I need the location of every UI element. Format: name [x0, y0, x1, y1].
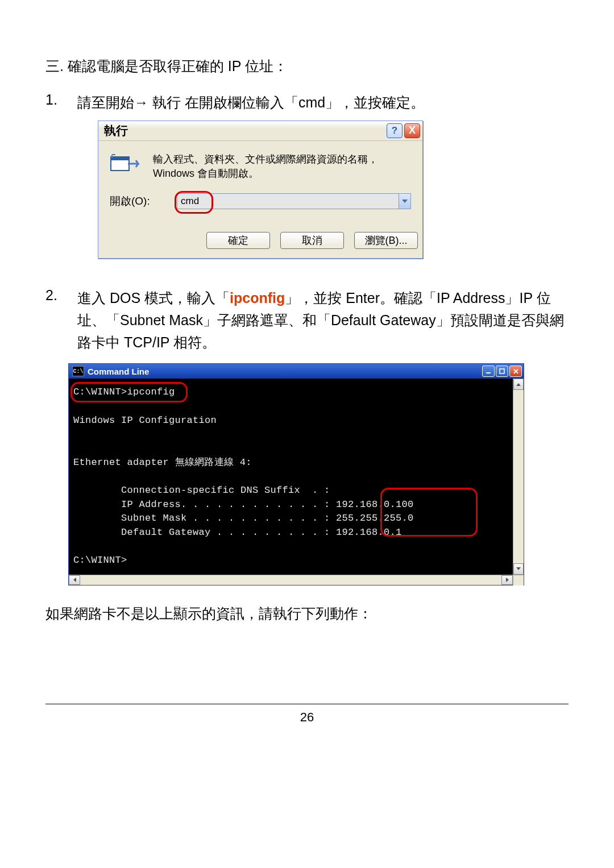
step-2-number: 2.	[45, 287, 77, 353]
caret-left-icon	[73, 578, 76, 582]
cmd-line-1: C:\WINNT>ipconfig	[73, 387, 175, 397]
cmd-line-7: Default Gateway . . . . . . . . . : 192.…	[73, 527, 402, 538]
scroll-down-button[interactable]	[513, 563, 524, 575]
step-1-text: 請至開始→ 執行 在開啟欄位輸入「cmd」，並按確定。	[77, 92, 569, 114]
vertical-scrollbar[interactable]	[513, 379, 524, 574]
open-input[interactable]	[177, 194, 399, 209]
svg-rect-3	[500, 369, 504, 373]
cmd-line-5: IP Address. . . . . . . . . . . . : 192.…	[73, 499, 414, 510]
svg-rect-2	[486, 372, 491, 373]
minimize-button[interactable]	[482, 366, 495, 377]
cmd-output[interactable]: C:\WINNT>ipconfig Windows IP Configurati…	[69, 379, 513, 574]
run-dialog-title: 執行	[104, 123, 385, 139]
maximize-button[interactable]	[496, 366, 508, 377]
arrow-icon: →	[134, 94, 148, 110]
page-footer: 26	[45, 704, 569, 742]
browse-button[interactable]: 瀏覽(B)...	[354, 232, 418, 249]
ok-button[interactable]: 確定	[206, 232, 270, 249]
section-heading: 三. 確認電腦是否取得正確的 IP 位址：	[45, 57, 569, 76]
step-1: 1. 請至開始→ 執行 在開啟欄位輸入「cmd」，並按確定。	[45, 92, 569, 114]
cmd-line-8: C:\WINNT>	[73, 555, 127, 566]
run-dialog-description: 輸入程式、資料夾、文件或網際網路資源的名稱，Windows 會自動開啟。	[153, 152, 411, 181]
cmd-icon: C:\	[72, 366, 84, 376]
step-1-text-b: 執行 在開啟欄位輸入「cmd」，並按確定。	[148, 94, 425, 110]
cmd-line-6: Subnet Mask . . . . . . . . . . . : 255.…	[73, 513, 414, 524]
minimize-icon	[486, 368, 491, 374]
maximize-icon	[499, 368, 505, 374]
scroll-track[interactable]	[513, 390, 524, 563]
scroll-left-button[interactable]	[69, 575, 80, 585]
caret-right-icon	[506, 578, 509, 582]
open-combobox[interactable]	[177, 193, 411, 209]
caret-down-icon	[516, 567, 521, 570]
scroll-up-button[interactable]	[513, 379, 524, 390]
step-2-text: 進入 DOS 模式，輸入「ipconfig」，並按 Enter。確認「IP Ad…	[77, 287, 569, 353]
run-dialog-titlebar: 執行 ? X	[98, 121, 422, 141]
cmd-title: Command Line	[88, 367, 481, 376]
cmd-line-2: Windows IP Configuration	[73, 415, 217, 426]
help-button[interactable]: ?	[387, 123, 403, 138]
run-program-icon	[110, 153, 140, 176]
horizontal-scrollbar[interactable]	[69, 575, 513, 585]
cancel-button[interactable]: 取消	[280, 232, 344, 249]
step-2-pre: 進入 DOS 模式，輸入「	[77, 290, 230, 306]
cmd-line-3: Ethernet adapter 無線網路連線 4:	[73, 457, 252, 468]
step-1-number: 1.	[45, 92, 77, 114]
open-label: 開啟(O):	[110, 194, 160, 209]
scroll-right-button[interactable]	[501, 575, 513, 585]
run-dialog: 執行 ? X 輸入程式、資料夾、文件或網際網路資源的名稱，Windows 會自動…	[98, 121, 423, 259]
step-1-text-a: 請至開始	[77, 94, 134, 110]
chevron-down-icon	[402, 200, 408, 203]
caret-up-icon	[516, 383, 521, 386]
footnote-text: 如果網路卡不是以上顯示的資訊，請執行下列動作：	[45, 603, 569, 625]
cmd-line-4: Connection-specific DNS Suffix . :	[73, 485, 330, 496]
cmd-close-button[interactable]: ✕	[509, 366, 522, 377]
cmd-titlebar: C:\ Command Line ✕	[69, 364, 524, 379]
close-button[interactable]: X	[404, 123, 420, 138]
svg-rect-1	[111, 157, 129, 160]
page-number: 26	[300, 710, 314, 724]
resize-grip[interactable]	[513, 575, 524, 585]
dropdown-button[interactable]	[399, 194, 410, 209]
scroll-track-h[interactable]	[80, 575, 501, 585]
step-2: 2. 進入 DOS 模式，輸入「ipconfig」，並按 Enter。確認「IP…	[45, 287, 569, 353]
command-line-window: C:\ Command Line ✕ C:\WINNT>ipconfig Win…	[68, 363, 524, 585]
ipconfig-keyword: ipconfig	[230, 290, 285, 306]
